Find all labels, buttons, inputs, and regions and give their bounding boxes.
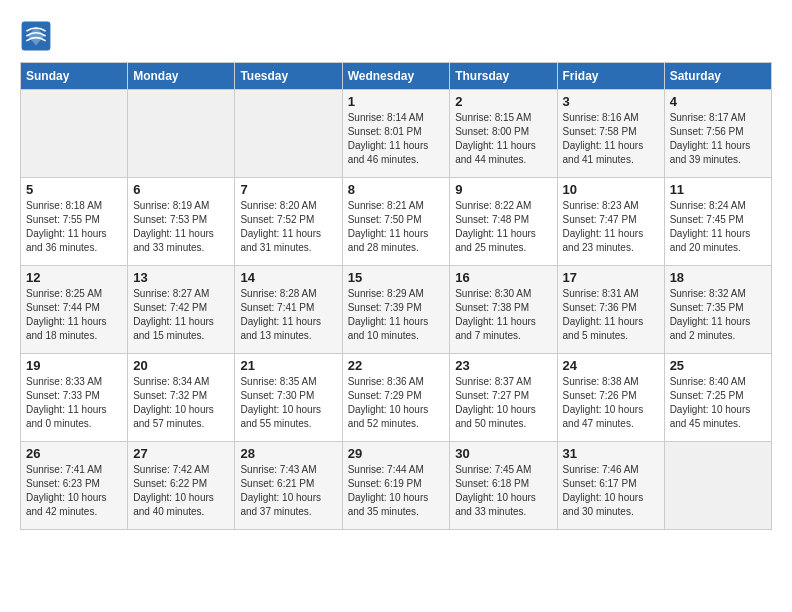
calendar-cell: 30Sunrise: 7:45 AM Sunset: 6:18 PM Dayli… [450,442,557,530]
day-number: 15 [348,270,445,285]
calendar-cell: 11Sunrise: 8:24 AM Sunset: 7:45 PM Dayli… [664,178,771,266]
day-info: Sunrise: 7:45 AM Sunset: 6:18 PM Dayligh… [455,463,551,519]
day-number: 19 [26,358,122,373]
logo-icon [20,20,52,52]
days-header-row: SundayMondayTuesdayWednesdayThursdayFrid… [21,63,772,90]
day-number: 9 [455,182,551,197]
day-header-monday: Monday [128,63,235,90]
calendar-cell: 27Sunrise: 7:42 AM Sunset: 6:22 PM Dayli… [128,442,235,530]
day-number: 16 [455,270,551,285]
calendar-cell: 10Sunrise: 8:23 AM Sunset: 7:47 PM Dayli… [557,178,664,266]
day-info: Sunrise: 8:35 AM Sunset: 7:30 PM Dayligh… [240,375,336,431]
calendar-cell [21,90,128,178]
day-info: Sunrise: 8:37 AM Sunset: 7:27 PM Dayligh… [455,375,551,431]
day-info: Sunrise: 8:21 AM Sunset: 7:50 PM Dayligh… [348,199,445,255]
calendar-cell: 23Sunrise: 8:37 AM Sunset: 7:27 PM Dayli… [450,354,557,442]
day-info: Sunrise: 8:19 AM Sunset: 7:53 PM Dayligh… [133,199,229,255]
day-number: 8 [348,182,445,197]
calendar-cell: 28Sunrise: 7:43 AM Sunset: 6:21 PM Dayli… [235,442,342,530]
day-info: Sunrise: 7:44 AM Sunset: 6:19 PM Dayligh… [348,463,445,519]
day-number: 20 [133,358,229,373]
calendar-week-2: 5Sunrise: 8:18 AM Sunset: 7:55 PM Daylig… [21,178,772,266]
day-info: Sunrise: 8:17 AM Sunset: 7:56 PM Dayligh… [670,111,766,167]
day-info: Sunrise: 8:20 AM Sunset: 7:52 PM Dayligh… [240,199,336,255]
calendar-cell: 24Sunrise: 8:38 AM Sunset: 7:26 PM Dayli… [557,354,664,442]
day-number: 21 [240,358,336,373]
calendar-cell: 12Sunrise: 8:25 AM Sunset: 7:44 PM Dayli… [21,266,128,354]
calendar-cell: 1Sunrise: 8:14 AM Sunset: 8:01 PM Daylig… [342,90,450,178]
day-info: Sunrise: 7:43 AM Sunset: 6:21 PM Dayligh… [240,463,336,519]
day-number: 12 [26,270,122,285]
calendar-week-4: 19Sunrise: 8:33 AM Sunset: 7:33 PM Dayli… [21,354,772,442]
day-info: Sunrise: 8:32 AM Sunset: 7:35 PM Dayligh… [670,287,766,343]
calendar-week-3: 12Sunrise: 8:25 AM Sunset: 7:44 PM Dayli… [21,266,772,354]
calendar-cell: 13Sunrise: 8:27 AM Sunset: 7:42 PM Dayli… [128,266,235,354]
day-info: Sunrise: 8:25 AM Sunset: 7:44 PM Dayligh… [26,287,122,343]
day-number: 17 [563,270,659,285]
calendar-cell: 4Sunrise: 8:17 AM Sunset: 7:56 PM Daylig… [664,90,771,178]
calendar-cell [235,90,342,178]
day-number: 22 [348,358,445,373]
day-info: Sunrise: 8:24 AM Sunset: 7:45 PM Dayligh… [670,199,766,255]
calendar-cell: 7Sunrise: 8:20 AM Sunset: 7:52 PM Daylig… [235,178,342,266]
day-number: 26 [26,446,122,461]
calendar-cell: 16Sunrise: 8:30 AM Sunset: 7:38 PM Dayli… [450,266,557,354]
day-number: 3 [563,94,659,109]
day-number: 13 [133,270,229,285]
day-header-sunday: Sunday [21,63,128,90]
day-info: Sunrise: 8:28 AM Sunset: 7:41 PM Dayligh… [240,287,336,343]
day-info: Sunrise: 8:27 AM Sunset: 7:42 PM Dayligh… [133,287,229,343]
day-info: Sunrise: 8:23 AM Sunset: 7:47 PM Dayligh… [563,199,659,255]
day-info: Sunrise: 8:22 AM Sunset: 7:48 PM Dayligh… [455,199,551,255]
calendar-cell: 21Sunrise: 8:35 AM Sunset: 7:30 PM Dayli… [235,354,342,442]
calendar-cell: 17Sunrise: 8:31 AM Sunset: 7:36 PM Dayli… [557,266,664,354]
calendar-cell: 3Sunrise: 8:16 AM Sunset: 7:58 PM Daylig… [557,90,664,178]
day-info: Sunrise: 8:14 AM Sunset: 8:01 PM Dayligh… [348,111,445,167]
calendar-cell: 15Sunrise: 8:29 AM Sunset: 7:39 PM Dayli… [342,266,450,354]
day-number: 14 [240,270,336,285]
day-number: 1 [348,94,445,109]
day-number: 7 [240,182,336,197]
day-info: Sunrise: 8:38 AM Sunset: 7:26 PM Dayligh… [563,375,659,431]
day-number: 24 [563,358,659,373]
day-info: Sunrise: 8:34 AM Sunset: 7:32 PM Dayligh… [133,375,229,431]
day-number: 25 [670,358,766,373]
day-number: 28 [240,446,336,461]
calendar-cell [128,90,235,178]
day-number: 31 [563,446,659,461]
day-header-friday: Friday [557,63,664,90]
day-number: 6 [133,182,229,197]
calendar-cell: 22Sunrise: 8:36 AM Sunset: 7:29 PM Dayli… [342,354,450,442]
calendar-cell: 8Sunrise: 8:21 AM Sunset: 7:50 PM Daylig… [342,178,450,266]
day-number: 30 [455,446,551,461]
day-header-wednesday: Wednesday [342,63,450,90]
day-number: 23 [455,358,551,373]
day-info: Sunrise: 7:46 AM Sunset: 6:17 PM Dayligh… [563,463,659,519]
calendar-table: SundayMondayTuesdayWednesdayThursdayFrid… [20,62,772,530]
day-info: Sunrise: 8:30 AM Sunset: 7:38 PM Dayligh… [455,287,551,343]
calendar-cell: 18Sunrise: 8:32 AM Sunset: 7:35 PM Dayli… [664,266,771,354]
day-header-thursday: Thursday [450,63,557,90]
calendar-cell: 9Sunrise: 8:22 AM Sunset: 7:48 PM Daylig… [450,178,557,266]
day-info: Sunrise: 8:18 AM Sunset: 7:55 PM Dayligh… [26,199,122,255]
calendar-cell [664,442,771,530]
day-number: 11 [670,182,766,197]
day-info: Sunrise: 7:42 AM Sunset: 6:22 PM Dayligh… [133,463,229,519]
day-info: Sunrise: 8:40 AM Sunset: 7:25 PM Dayligh… [670,375,766,431]
calendar-cell: 20Sunrise: 8:34 AM Sunset: 7:32 PM Dayli… [128,354,235,442]
logo [20,20,56,52]
day-header-saturday: Saturday [664,63,771,90]
day-info: Sunrise: 8:33 AM Sunset: 7:33 PM Dayligh… [26,375,122,431]
calendar-cell: 25Sunrise: 8:40 AM Sunset: 7:25 PM Dayli… [664,354,771,442]
day-info: Sunrise: 8:29 AM Sunset: 7:39 PM Dayligh… [348,287,445,343]
calendar-cell: 6Sunrise: 8:19 AM Sunset: 7:53 PM Daylig… [128,178,235,266]
header [20,20,772,52]
day-number: 5 [26,182,122,197]
day-number: 29 [348,446,445,461]
day-number: 2 [455,94,551,109]
calendar-cell: 31Sunrise: 7:46 AM Sunset: 6:17 PM Dayli… [557,442,664,530]
calendar-cell: 5Sunrise: 8:18 AM Sunset: 7:55 PM Daylig… [21,178,128,266]
day-info: Sunrise: 8:16 AM Sunset: 7:58 PM Dayligh… [563,111,659,167]
day-info: Sunrise: 8:36 AM Sunset: 7:29 PM Dayligh… [348,375,445,431]
calendar-cell: 2Sunrise: 8:15 AM Sunset: 8:00 PM Daylig… [450,90,557,178]
